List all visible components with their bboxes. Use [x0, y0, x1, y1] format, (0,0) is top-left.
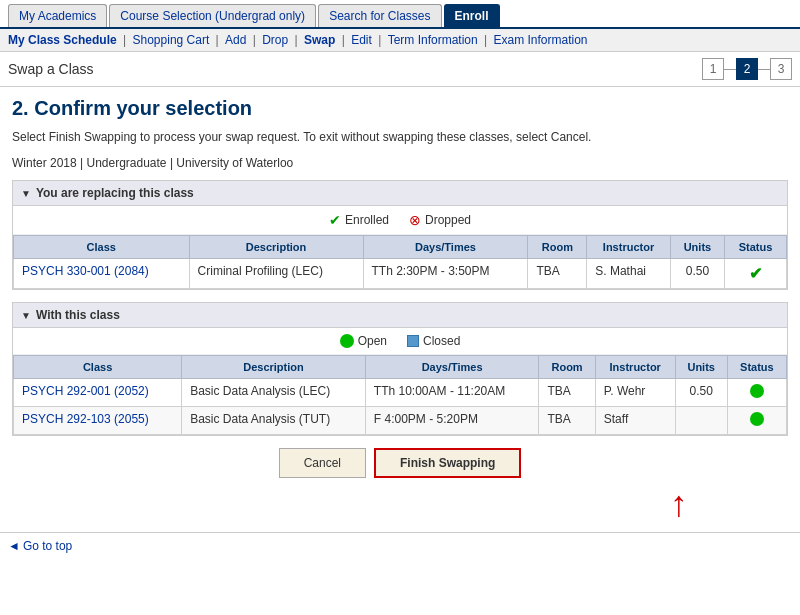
col-room-w: Room	[539, 356, 595, 379]
second-nav: My Class Schedule | Shopping Cart | Add …	[0, 29, 800, 52]
legend-dropped: ⊗ Dropped	[409, 212, 471, 228]
open-label: Open	[358, 334, 387, 348]
closed-icon	[407, 335, 419, 347]
button-row: Cancel Finish Swapping	[12, 448, 788, 478]
finish-swapping-button[interactable]: Finish Swapping	[374, 448, 521, 478]
tab-enroll[interactable]: Enroll	[444, 4, 500, 27]
enrolled-label: Enrolled	[345, 213, 389, 227]
col-class-w: Class	[14, 356, 182, 379]
nav-add[interactable]: Add	[225, 33, 246, 47]
col-instructor-w: Instructor	[595, 356, 675, 379]
replacing-panel-header: ▼ You are replacing this class	[13, 181, 787, 206]
tab-my-academics[interactable]: My Academics	[8, 4, 107, 27]
table-row: PSYCH 330-001 (2084) Criminal Profiling …	[14, 259, 787, 289]
legend-enrolled: ✔ Enrolled	[329, 212, 389, 228]
col-units: Units	[670, 236, 724, 259]
class-link-w2[interactable]: PSYCH 292-103 (2055)	[22, 412, 149, 426]
col-status: Status	[725, 236, 787, 259]
term-info: Winter 2018 | Undergraduate | University…	[12, 156, 788, 170]
arrow-up-icon: ↑	[670, 486, 688, 522]
step-3: 3	[770, 58, 792, 80]
arrow-row: ↑	[12, 486, 788, 522]
status-cell-w2	[727, 407, 786, 435]
class-link[interactable]: PSYCH 330-001 (2084)	[22, 264, 149, 278]
nav-my-class-schedule[interactable]: My Class Schedule	[8, 33, 117, 47]
replacing-panel-title: You are replacing this class	[36, 186, 194, 200]
dropped-label: Dropped	[425, 213, 471, 227]
units-cell-w2	[675, 407, 727, 435]
table-row: PSYCH 292-103 (2055) Basic Data Analysis…	[14, 407, 787, 435]
open-status-icon	[750, 384, 764, 398]
step-connector-2	[758, 69, 770, 70]
with-legend: Open Closed	[13, 328, 787, 355]
class-link-w1[interactable]: PSYCH 292-001 (2052)	[22, 384, 149, 398]
nav-term-information[interactable]: Term Information	[388, 33, 478, 47]
cancel-button[interactable]: Cancel	[279, 448, 366, 478]
description-cell-w2: Basic Data Analysis (TUT)	[182, 407, 366, 435]
tab-search-for-classes[interactable]: Search for Classes	[318, 4, 441, 27]
enrolled-icon: ✔	[329, 212, 341, 228]
instruction-text: Select Finish Swapping to process your s…	[12, 128, 788, 146]
go-to-top-link[interactable]: ◄ Go to top	[8, 539, 792, 553]
legend-closed: Closed	[407, 334, 460, 348]
replacing-panel: ▼ You are replacing this class ✔ Enrolle…	[12, 180, 788, 290]
top-nav: My Academics Course Selection (Undergrad…	[0, 0, 800, 29]
replacing-table: Class Description Days/Times Room Instru…	[13, 235, 787, 289]
col-description-w: Description	[182, 356, 366, 379]
nav-exam-information[interactable]: Exam Information	[493, 33, 587, 47]
with-panel-title: With this class	[36, 308, 120, 322]
status-checkmark-icon: ✔	[749, 265, 762, 282]
description-cell-w1: Basic Data Analysis (LEC)	[182, 379, 366, 407]
with-table: Class Description Days/Times Room Instru…	[13, 355, 787, 435]
main-content: 2. Confirm your selection Select Finish …	[0, 87, 800, 532]
instructor-cell-w2: Staff	[595, 407, 675, 435]
section-title: 2. Confirm your selection	[12, 97, 788, 120]
with-panel: ▼ With this class Open Closed Class Desc…	[12, 302, 788, 436]
instructor-cell-w1: P. Wehr	[595, 379, 675, 407]
page-header: Swap a Class 1 2 3	[0, 52, 800, 87]
col-status-w: Status	[727, 356, 786, 379]
nav-edit[interactable]: Edit	[351, 33, 372, 47]
page-title: Swap a Class	[8, 61, 94, 77]
legend-open: Open	[340, 334, 387, 348]
footer: ◄ Go to top	[0, 532, 800, 559]
step-indicator: 1 2 3	[702, 58, 792, 80]
step-connector-1	[724, 69, 736, 70]
days-times-cell-w2: F 4:00PM - 5:20PM	[365, 407, 539, 435]
collapse-icon-2[interactable]: ▼	[21, 310, 31, 321]
with-panel-header: ▼ With this class	[13, 303, 787, 328]
col-days-times: Days/Times	[363, 236, 528, 259]
replacing-legend: ✔ Enrolled ⊗ Dropped	[13, 206, 787, 235]
nav-drop[interactable]: Drop	[262, 33, 288, 47]
step-1: 1	[702, 58, 724, 80]
closed-label: Closed	[423, 334, 460, 348]
col-days-times-w: Days/Times	[365, 356, 539, 379]
tab-course-selection[interactable]: Course Selection (Undergrad only)	[109, 4, 316, 27]
status-cell: ✔	[725, 259, 787, 289]
col-class: Class	[14, 236, 190, 259]
status-cell-w1	[727, 379, 786, 407]
instructor-cell: S. Mathai	[587, 259, 670, 289]
open-icon	[340, 334, 354, 348]
arrow-icon: ◄	[8, 539, 20, 553]
room-cell: TBA	[528, 259, 587, 289]
nav-swap[interactable]: Swap	[304, 33, 335, 47]
go-to-top-label: Go to top	[23, 539, 72, 553]
days-times-cell: TTh 2:30PM - 3:50PM	[363, 259, 528, 289]
col-room: Room	[528, 236, 587, 259]
room-cell-w2: TBA	[539, 407, 595, 435]
dropped-icon: ⊗	[409, 212, 421, 228]
description-cell: Criminal Profiling (LEC)	[189, 259, 363, 289]
room-cell-w1: TBA	[539, 379, 595, 407]
col-instructor: Instructor	[587, 236, 670, 259]
days-times-cell-w1: TTh 10:00AM - 11:20AM	[365, 379, 539, 407]
units-cell: 0.50	[670, 259, 724, 289]
units-cell-w1: 0.50	[675, 379, 727, 407]
step-2: 2	[736, 58, 758, 80]
collapse-icon[interactable]: ▼	[21, 188, 31, 199]
col-description: Description	[189, 236, 363, 259]
col-units-w: Units	[675, 356, 727, 379]
table-row: PSYCH 292-001 (2052) Basic Data Analysis…	[14, 379, 787, 407]
nav-shopping-cart[interactable]: Shopping Cart	[133, 33, 210, 47]
open-status-icon-2	[750, 412, 764, 426]
